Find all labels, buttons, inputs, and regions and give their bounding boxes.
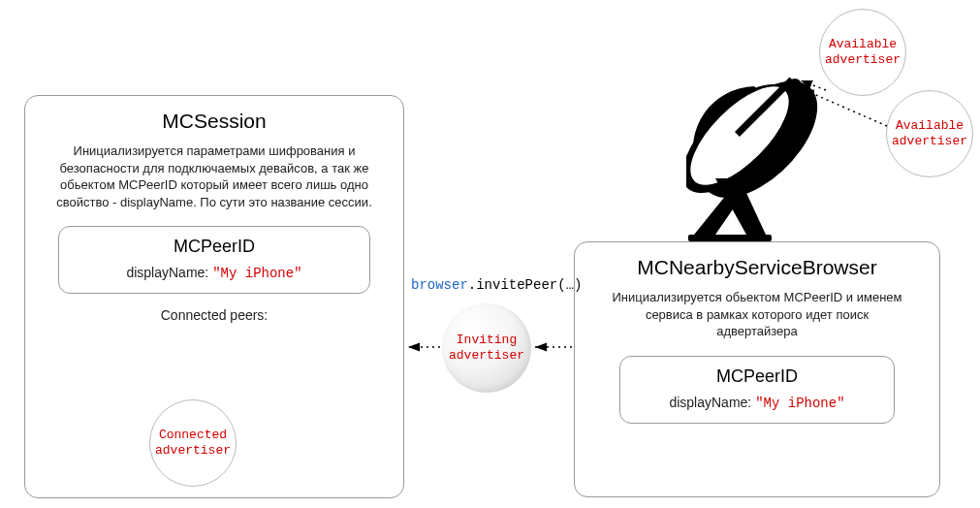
available-advertiser-2: Available advertiser	[886, 90, 973, 177]
svg-rect-4	[688, 235, 772, 241]
mcsession-desc: Инициализируется параметрами шифрования …	[25, 143, 403, 210]
connected-peers-label: Connected peers:	[25, 307, 403, 323]
displayname-label-2: displayName:	[669, 395, 751, 410]
browser-peerid-title: MCPeerID	[620, 366, 894, 387]
browser-peerid-box: MCPeerID displayName: "My iPhone"	[619, 356, 895, 424]
displayname-value: "My iPhone"	[212, 266, 301, 281]
connected-advertiser-circle: Connected advertiser	[149, 399, 237, 487]
available-advertiser-2-text: Available advertiser	[892, 118, 967, 148]
satellite-dish-icon	[686, 72, 851, 241]
mcsession-peerid-box: MCPeerID displayName: "My iPhone"	[58, 226, 370, 294]
code-label: browser.invitePeer(…)	[411, 277, 582, 293]
browser-peerid-line: displayName: "My iPhone"	[620, 395, 894, 411]
mcsession-peerid-title: MCPeerID	[59, 237, 369, 257]
svg-point-3	[788, 79, 802, 92]
browser-desc: Инициализируется обьектом MCPeerID и име…	[575, 289, 939, 340]
available-advertiser-1-text: Available advertiser	[825, 37, 901, 67]
code-invite: .invitePeer(…)	[468, 277, 583, 293]
connected-advertiser-text: Connected advertiser	[155, 428, 231, 458]
displayname-label: displayName:	[126, 265, 208, 280]
displayname-value-2: "My iPhone"	[755, 396, 844, 411]
inviting-advertiser-circle: Inviting advertiser	[442, 303, 531, 393]
mcsession-title: MCSession	[25, 110, 403, 133]
browser-title: MCNearbyServiceBrowser	[575, 256, 939, 279]
browser-box: MCNearbyServiceBrowser Инициализируется …	[574, 241, 940, 497]
inviting-advertiser-text: Inviting advertiser	[449, 333, 524, 363]
mcsession-peerid-line: displayName: "My iPhone"	[59, 265, 369, 281]
code-browser: browser	[411, 277, 468, 293]
